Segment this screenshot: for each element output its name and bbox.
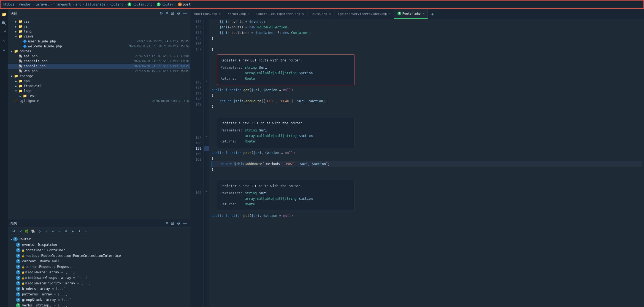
tree-item-routes[interactable]: ▼ 📁 routes	[8, 49, 190, 54]
struct-btn-down[interactable]: ⬇	[83, 228, 89, 234]
struct-btn-dots[interactable]: ⊕	[63, 228, 69, 234]
tab-kernel[interactable]: Kernel.php ✕	[224, 9, 253, 19]
tab-close-router[interactable]: ✕	[422, 12, 424, 15]
struct-btn-sort-za[interactable]: ↑Z	[17, 228, 23, 234]
new-tab-btn[interactable]: +	[428, 11, 437, 17]
structure-minimize-btn[interactable]: —	[183, 220, 188, 226]
tree-item-lang[interactable]: ▶ 📁 lang	[8, 29, 190, 34]
struct-name-binders: binders: array = [...]	[22, 287, 66, 291]
struct-item-binders[interactable]: P binders: array = [...]	[8, 286, 190, 292]
left-sidebar: 项目 ⚙ ≡ ⊟ ⚙ — ▶ 📁 css ▶ 📁 js	[8, 9, 190, 307]
tab-controllerdispatcher[interactable]: ControllerDispatcher.php ✕	[253, 9, 307, 19]
tree-item-js[interactable]: ▶ 📁 js	[8, 24, 190, 29]
tree-item-channels[interactable]: ▶ 🐘 channels.php 2020/10/30 23:07, 558 B…	[8, 59, 190, 64]
struct-item-currentrequest[interactable]: P 🔒 currentRequest: Request	[8, 264, 190, 270]
breadcrumb-routerphp[interactable]: Router.php	[132, 2, 152, 6]
struct-btn-star[interactable]: ★	[50, 228, 56, 234]
tree-item-test[interactable]: ▶ 📁 test	[8, 93, 190, 98]
tab-close-route[interactable]: ✕	[329, 12, 331, 16]
doc-param-label-put-1: Parameters:	[221, 191, 243, 196]
sidebar-minimize-btn[interactable]: —	[183, 10, 188, 16]
tab-functions[interactable]: functions.php ✕	[190, 9, 224, 19]
struct-item-container[interactable]: P 🔒 container: Container	[8, 247, 190, 253]
editor-content[interactable]: 132 133 134 135 136 137 145 146 147 148 …	[190, 19, 644, 307]
tree-item-css[interactable]: ▶ 📁 css	[8, 19, 190, 24]
tree-item-welcome-blade[interactable]: ▶ 🔷 welcome.blade.php 2020/10/30 23:07, …	[8, 44, 190, 49]
struct-btn-tree[interactable]: 🌿	[24, 228, 29, 234]
sidebar-gear-btn[interactable]: ⚙	[176, 10, 181, 16]
tab-route[interactable]: Route.php ✕	[307, 9, 334, 19]
struct-btn-sort-az[interactable]: ↓A	[10, 228, 16, 234]
activity-search[interactable]: 🔍	[1, 20, 7, 26]
structure-title: 结构	[10, 221, 17, 226]
tree-item-api[interactable]: ▶ 🐘 api.php 2024/7/17 17:00, 655 B 今天 17…	[8, 54, 190, 59]
linenum-136: 136	[192, 41, 201, 47]
struct-btn-diamond[interactable]: ◈	[70, 228, 75, 234]
tab-close-controllerdispatcher[interactable]: ✕	[302, 12, 304, 16]
breadcrumb-src[interactable]: src	[75, 2, 81, 6]
breadcrumb-vendor[interactable]: vendor	[19, 2, 31, 6]
tree-item-logs[interactable]: ▼ 📁 logs	[8, 88, 190, 93]
sidebar-settings-btn[interactable]: ⚙	[159, 10, 164, 16]
struct-btn-question[interactable]: ?	[44, 228, 49, 234]
code-line-158: {	[212, 156, 642, 161]
token: public	[212, 213, 226, 219]
folder-icon-logs: 📁	[18, 89, 23, 93]
struct-btn-up[interactable]: ⬆	[77, 228, 82, 234]
sidebar-sort-btn[interactable]: ≡	[165, 10, 169, 16]
struct-item-verbs[interactable]: P verbs: string[] = [...]	[8, 303, 190, 307]
tab-label-functions: functions.php	[193, 12, 217, 16]
tab-ignitionserviceprovider[interactable]: IgnitionServiceProvider.php ✕	[334, 9, 394, 19]
tree-meta-console: 2020/10/30 23:07, 592 B 昨天 13:19	[133, 64, 189, 68]
tree-arrow-views: ▼	[14, 35, 18, 38]
breadcrumb-routing[interactable]: Routing	[110, 2, 124, 6]
tree-item-gitignore[interactable]: ▶ ⬡ .gitignore 2020/10/30 23:07, 14 B	[8, 98, 190, 103]
tree-item-user-blade[interactable]: ▶ 🔷 user.blade.php 2024/7/16 15:29, 74 B…	[8, 39, 190, 44]
sidebar-filter-btn[interactable]: ⊟	[170, 10, 175, 16]
struct-item-events[interactable]: P events: Dispatcher	[8, 242, 190, 247]
doc-popup-get-param1-row: Parameters: string $uri	[221, 65, 351, 70]
struct-name-router: Router	[19, 237, 31, 241]
linenum-doc2d	[192, 124, 201, 129]
tree-item-views[interactable]: ▼ 📁 views	[8, 34, 190, 39]
tree-item-app[interactable]: ▶ 📁 app	[8, 79, 190, 84]
structure-gear-btn[interactable]: ⚙	[176, 220, 181, 226]
struct-btn-scissors[interactable]: ✂	[57, 228, 62, 234]
breadcrumb-router[interactable]: Router	[162, 2, 174, 6]
tree-item-web[interactable]: ▶ 🐘 web.php 2024/7/16 15:21, 653 B 昨天 15…	[8, 69, 190, 74]
tree-item-framework[interactable]: ▶ 📁 framework	[8, 84, 190, 88]
structure-filter-btn[interactable]: ⊟	[170, 220, 175, 226]
struct-item-middlewarepriority[interactable]: P 🔒 middlewarePriority: array = [...]	[8, 281, 190, 286]
tab-close-functions[interactable]: ✕	[219, 12, 221, 16]
token: Container	[291, 30, 309, 36]
struct-item-middlewaregroups[interactable]: P 🔒 middlewareGroups: array = [...]	[8, 275, 190, 281]
struct-btn-php[interactable]: 🐘	[30, 228, 36, 234]
tree-item-storage[interactable]: ▼ 📁 storage	[8, 74, 190, 79]
struct-btn-circle[interactable]: ○	[37, 228, 42, 234]
struct-item-patterns[interactable]: P patterns: array = [...]	[8, 292, 190, 297]
struct-root-router[interactable]: ▼ C Router	[8, 236, 190, 242]
linenum-161: 161	[192, 157, 201, 162]
tab-close-ignitionserviceprovider[interactable]: ✕	[389, 12, 391, 16]
structure-sort-btn[interactable]: ≡	[165, 220, 169, 226]
tab-router[interactable]: R Router.php ✕	[394, 9, 428, 19]
struct-item-current[interactable]: P current: Route|null	[8, 258, 190, 264]
gutter-136	[204, 41, 209, 47]
tab-label-ignitionserviceprovider: IgnitionServiceProvider.php	[338, 12, 387, 16]
activity-git[interactable]: ⎇	[1, 29, 7, 35]
activity-debug[interactable]: ▷	[1, 37, 7, 44]
tree-item-console[interactable]: ▶ 🐘 console.php 2020/10/30 23:07, 592 B …	[8, 64, 190, 69]
struct-item-routes[interactable]: P 🔒 routes: RouteCollection|RouteCollect…	[8, 253, 190, 258]
activity-extensions[interactable]: ⊞	[1, 46, 7, 53]
struct-item-groupstack[interactable]: P groupStack: array = [...]	[8, 297, 190, 303]
breadcrumb-post[interactable]: post	[183, 2, 191, 6]
struct-item-middleware[interactable]: P 🔒 middleware: array = [...]	[8, 270, 190, 275]
tab-close-kernel[interactable]: ✕	[248, 12, 250, 16]
breadcrumb-illuminate[interactable]: Illuminate	[85, 2, 105, 6]
breadcrumb-htdocs[interactable]: htdocs	[3, 2, 15, 6]
tree-name-storage: storage	[19, 74, 189, 78]
breadcrumb-laravel[interactable]: laravel	[35, 2, 49, 6]
breadcrumb-framework[interactable]: framework	[53, 2, 71, 6]
token: $this	[233, 98, 243, 104]
activity-files[interactable]: 📁	[1, 11, 7, 18]
